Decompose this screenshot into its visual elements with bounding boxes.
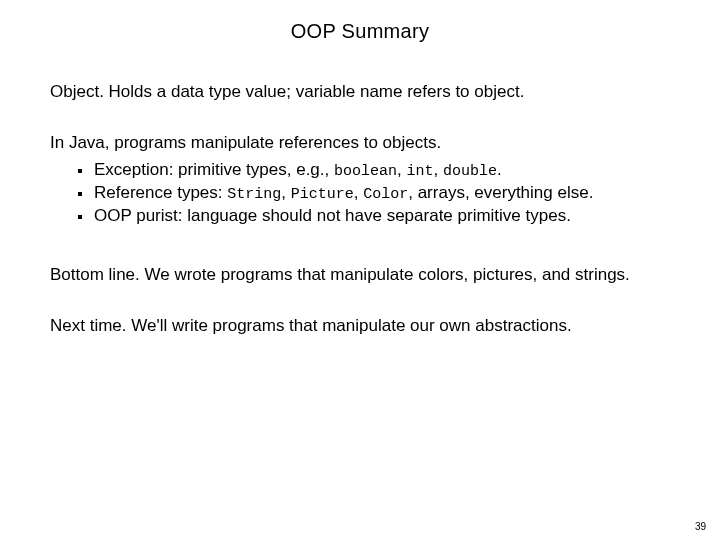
rest-nexttime: We'll write programs that manipulate our… [127,316,572,335]
bullet-pre: OOP purist: language should not have sep… [94,206,571,225]
list-item: Exception: primitive types, e.g., boolea… [78,159,670,182]
list-item: OOP purist: language should not have sep… [78,205,670,228]
bullet-post: . [497,160,502,179]
para-java: In Java, programs manipulate references … [50,132,670,155]
bullet-post: , arrays, everything else. [408,183,593,202]
lead-nexttime: Next time. [50,316,127,335]
rest-object: Holds a data type value; variable name r… [104,82,525,101]
para-nexttime: Next time. We'll write programs that man… [50,315,670,338]
list-item: Reference types: String, Picture, Color,… [78,182,670,205]
code-token: int [406,163,433,180]
bullet-pre: Reference types: [94,183,227,202]
bullet-list: Exception: primitive types, e.g., boolea… [50,159,670,228]
bullet-pre: Exception: primitive types, e.g., [94,160,334,179]
code-token: Picture [291,186,354,203]
para-object: Object. Holds a data type value; variabl… [50,81,670,104]
code-sep: , [281,183,290,202]
code-token: String [227,186,281,203]
rest-bottomline: We wrote programs that manipulate colors… [140,265,630,284]
page-number: 39 [695,521,706,532]
slide: OOP Summary Object. Holds a data type va… [0,0,720,540]
code-token: double [443,163,497,180]
lead-bottomline: Bottom line. [50,265,140,284]
lead-object: Object. [50,82,104,101]
slide-title: OOP Summary [50,20,670,43]
code-sep: , [354,183,363,202]
code-sep: , [433,160,442,179]
code-token: boolean [334,163,397,180]
para-bottomline: Bottom line. We wrote programs that mani… [50,264,670,287]
code-token: Color [363,186,408,203]
